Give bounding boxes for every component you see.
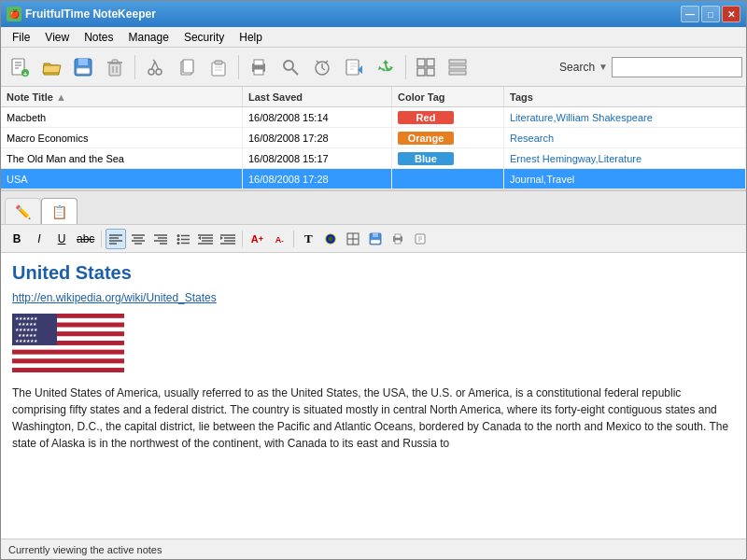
svg-line-32	[322, 68, 325, 70]
color-tag-badge: Blue	[398, 152, 454, 165]
svg-rect-95	[12, 345, 124, 350]
italic-button[interactable]: I	[29, 229, 49, 249]
title-controls: — □ ✕	[681, 6, 740, 22]
svg-rect-79	[373, 233, 378, 237]
align-center-button[interactable]	[128, 229, 148, 249]
svg-rect-11	[112, 60, 118, 63]
search-button[interactable]	[275, 52, 305, 82]
col-header-title: Note Title ▲	[1, 87, 243, 106]
underline-button[interactable]: U	[51, 229, 72, 249]
paste-button[interactable]	[204, 52, 233, 82]
color-tag-badge: Red	[398, 111, 454, 124]
svg-rect-41	[417, 68, 425, 76]
search-dropdown-icon[interactable]: ▼	[599, 62, 608, 72]
recycle-button[interactable]	[371, 52, 401, 82]
table-row[interactable]: The Old Man and the Sea 16/08/2008 15:17…	[1, 148, 746, 169]
color-tag-badge: Orange	[398, 132, 454, 145]
outdent-button[interactable]	[218, 229, 238, 249]
print-button[interactable]	[244, 52, 274, 82]
table-row[interactable]: Macbeth 16/08/2008 15:14 Red Literature,…	[1, 107, 746, 128]
cut-button[interactable]	[140, 52, 170, 82]
bold-button[interactable]: B	[7, 229, 27, 249]
rt-sep-1	[101, 231, 102, 247]
save-button[interactable]	[68, 52, 98, 82]
svg-text:★★★★★★: ★★★★★★	[15, 338, 38, 343]
table-row[interactable]: Macro Economics 16/08/2008 17:28 Orange …	[1, 128, 746, 148]
tab-preview[interactable]: 📋	[41, 198, 78, 224]
save-note-button[interactable]	[365, 229, 386, 249]
menu-file[interactable]: File	[5, 29, 37, 46]
col-header-colortag: Color Tag	[392, 87, 504, 106]
indent-button[interactable]	[195, 229, 216, 249]
svg-rect-26	[254, 60, 263, 65]
cell-title: USA	[1, 169, 243, 189]
font-color-button[interactable]	[320, 229, 341, 249]
export-button[interactable]	[339, 52, 369, 82]
svg-rect-96	[12, 350, 124, 355]
title-bar-left: 🍎 FruitfulTime NoteKeeper	[7, 7, 156, 21]
alarm-button[interactable]	[307, 52, 337, 82]
bullet-list-button[interactable]	[173, 229, 193, 249]
search-input[interactable]	[612, 57, 742, 77]
rt-toolbar: B I U abc A+ A- T	[1, 225, 746, 253]
table-insert-button[interactable]	[343, 229, 363, 249]
status-bar: Currently viewing the active notes	[1, 539, 746, 559]
attachment-button[interactable]	[410, 229, 430, 249]
menu-manage[interactable]: Manage	[121, 29, 176, 46]
font-size-down-button[interactable]: A-	[269, 229, 289, 249]
svg-rect-8	[77, 68, 90, 74]
minimize-button[interactable]: —	[681, 6, 699, 22]
us-flag-svg: ★★★★★★ ★★★★★ ★★★★★★ ★★★★★ ★★★★★★	[12, 314, 124, 372]
cell-lastsaved: 16/08/2008 17:28	[243, 128, 392, 147]
svg-line-34	[325, 61, 328, 63]
svg-point-28	[284, 61, 293, 70]
open-button[interactable]	[36, 52, 66, 82]
table-row[interactable]: USA 16/08/2008 17:28 Journal,Travel	[1, 169, 746, 189]
note-link[interactable]: http://en.wikipedia.org/wiki/United_Stat…	[12, 291, 735, 304]
copy-button[interactable]	[172, 52, 202, 82]
svg-rect-40	[427, 59, 434, 66]
rt-sep-3	[293, 231, 294, 247]
svg-rect-97	[12, 355, 124, 359]
align-left-button[interactable]	[106, 229, 126, 249]
menu-security[interactable]: Security	[176, 29, 232, 46]
svg-rect-98	[12, 359, 124, 364]
svg-line-29	[292, 69, 298, 75]
font-size-up-button[interactable]: A+	[247, 229, 267, 249]
menu-notes[interactable]: Notes	[77, 29, 120, 46]
tab-edit[interactable]: ✏️	[5, 198, 41, 224]
toolbar: +	[1, 48, 746, 87]
svg-rect-22	[215, 61, 222, 64]
svg-point-62	[177, 242, 180, 245]
cell-title: Macbeth	[1, 107, 243, 127]
cell-title: Macro Economics	[1, 128, 243, 147]
separator-3	[405, 55, 406, 79]
menu-bar: File View Notes Manage Security Help	[1, 27, 746, 48]
strikethrough-button[interactable]: abc	[74, 229, 97, 249]
font-style-button[interactable]: T	[298, 229, 318, 249]
delete-button[interactable]	[100, 52, 130, 82]
new-note-button[interactable]: +	[5, 52, 35, 82]
cell-colortag: Orange	[392, 128, 504, 147]
svg-rect-35	[346, 60, 359, 75]
svg-rect-82	[395, 234, 401, 238]
maximize-button[interactable]: □	[701, 6, 720, 22]
close-button[interactable]: ✕	[722, 6, 740, 22]
search-label: Search	[559, 61, 595, 74]
svg-line-33	[317, 61, 319, 63]
window-title: FruitfulTime NoteKeeper	[25, 7, 156, 21]
svg-rect-7	[78, 59, 88, 65]
list-view-button[interactable]	[443, 52, 472, 82]
tab-area: ✏️ 📋	[1, 191, 746, 225]
align-right-button[interactable]	[150, 229, 171, 249]
menu-view[interactable]: View	[37, 29, 77, 46]
print-note-button[interactable]	[388, 229, 408, 249]
main-window: 🍎 FruitfulTime NoteKeeper — □ ✕ File Vie…	[0, 0, 747, 560]
cell-tags: Journal,Travel	[504, 169, 746, 189]
menu-help[interactable]: Help	[232, 29, 270, 46]
app-icon: 🍎	[7, 7, 21, 21]
note-flag-image: ★★★★★★ ★★★★★ ★★★★★★ ★★★★★ ★★★★★★	[12, 314, 124, 375]
grid-view-button[interactable]	[411, 52, 441, 82]
svg-point-58	[177, 234, 180, 237]
cell-tags: Literature,William Shakespeare	[504, 107, 746, 127]
